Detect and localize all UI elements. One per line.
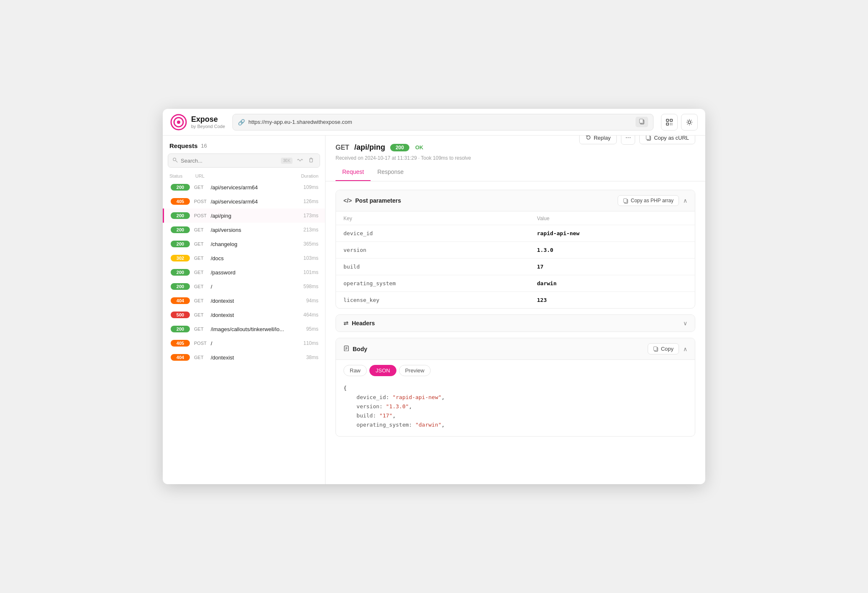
- body-copy-label: Copy: [661, 346, 674, 352]
- svg-rect-6: [670, 119, 672, 121]
- request-item[interactable]: 200 GET /password 101ms: [163, 265, 325, 279]
- copy-curl-button[interactable]: Copy as cURL: [639, 136, 695, 144]
- headers-icon: ⇄: [343, 320, 348, 327]
- detail-header: GET /api/ping 200 OK Received on 2024-10…: [326, 136, 705, 181]
- post-params-chevron: ∧: [683, 197, 687, 204]
- copy-php-button[interactable]: Copy as PHP array: [618, 195, 679, 206]
- req-url: /images/callouts/tinkerwell/lo...: [211, 326, 291, 332]
- request-item[interactable]: 302 GET /docs 103ms: [163, 251, 325, 265]
- logo: Expose by Beyond Code: [170, 114, 225, 131]
- body-content: { device_id: "rapid-api-new", version: "…: [336, 379, 695, 436]
- headers-title: ⇄ Headers: [343, 320, 375, 327]
- copy-curl-label: Copy as cURL: [654, 136, 689, 141]
- status-badge: 200: [171, 212, 190, 219]
- post-params-title: </> Post parameters: [343, 197, 401, 204]
- req-duration: 126ms: [295, 199, 318, 204]
- svg-line-20: [691, 120, 691, 120]
- search-shortcut: ⌘K: [281, 158, 293, 164]
- theme-button[interactable]: [681, 114, 698, 131]
- url-copy-button[interactable]: [636, 117, 648, 127]
- req-duration: 94ms: [295, 298, 318, 304]
- took-time: Took 109ms to resolve: [421, 155, 471, 161]
- req-duration: 598ms: [295, 284, 318, 289]
- search-icon: [172, 157, 178, 164]
- body-chevron: ∧: [683, 346, 687, 352]
- url-text: https://my-app.eu-1.sharedwithexpose.com: [248, 119, 632, 125]
- request-item[interactable]: 200 GET /api/services/arm64 109ms: [163, 180, 325, 194]
- svg-rect-24: [646, 136, 650, 139]
- svg-rect-7: [666, 123, 669, 125]
- request-item[interactable]: 200 GET /changelog 365ms: [163, 237, 325, 251]
- status-badge: 404: [171, 297, 190, 304]
- status-badge: 200: [171, 326, 190, 332]
- request-item[interactable]: 200 GET /api/versions 213ms: [163, 223, 325, 237]
- replay-button[interactable]: Replay: [579, 136, 617, 144]
- req-method: POST: [194, 199, 207, 204]
- request-item[interactable]: 200 GET / 598ms: [163, 279, 325, 294]
- tab-request[interactable]: Request: [336, 165, 371, 181]
- app-title: Expose: [191, 115, 225, 124]
- search-input[interactable]: [181, 158, 278, 164]
- search-bar: ⌘K: [168, 153, 320, 168]
- detail-title-row: GET /api/ping 200 OK: [336, 143, 579, 152]
- main-content: Requests 16 ⌘K: [163, 136, 705, 484]
- post-params-label: Post parameters: [355, 197, 401, 204]
- body-copy-button[interactable]: Copy: [648, 343, 679, 354]
- wave-filter-button[interactable]: [295, 156, 305, 165]
- request-item[interactable]: 200 GET /images/callouts/tinkerwell/lo..…: [163, 322, 325, 336]
- titlebar: Expose by Beyond Code 🔗 https://my-app.e…: [163, 109, 705, 136]
- status-badge: 405: [171, 198, 190, 205]
- param-row: operating_system darwin: [336, 275, 695, 292]
- detail-header-top: GET /api/ping 200 OK Received on 2024-10…: [336, 143, 695, 165]
- request-item[interactable]: 200 POST /api/ping 173ms: [163, 209, 325, 223]
- param-row: version 1.3.0: [336, 242, 695, 259]
- req-url: /dontexist: [211, 354, 291, 361]
- key-column-header: Key: [336, 211, 530, 225]
- app-subtitle: by Beyond Code: [191, 124, 225, 129]
- status-badge: 200: [171, 283, 190, 290]
- req-duration: 464ms: [295, 312, 318, 318]
- param-value: darwin: [530, 275, 695, 292]
- param-row: build 17: [336, 259, 695, 275]
- detail-meta: Received on 2024-10-17 at 11:31:29 · Too…: [336, 155, 579, 161]
- svg-line-19: [687, 124, 688, 124]
- request-item[interactable]: 404 GET /dontexist 94ms: [163, 294, 325, 308]
- qr-button[interactable]: [661, 114, 678, 131]
- tab-raw[interactable]: Raw: [343, 365, 367, 376]
- param-key: build: [336, 259, 530, 275]
- logo-text: Expose by Beyond Code: [191, 115, 225, 129]
- url-bar: 🔗 https://my-app.eu-1.sharedwithexpose.c…: [232, 114, 654, 131]
- status-badge: 405: [171, 340, 190, 347]
- req-url: /api/services/arm64: [211, 184, 291, 191]
- req-method: GET: [194, 241, 207, 246]
- svg-line-17: [687, 120, 688, 120]
- param-row: device_id rapid-api-new: [336, 225, 695, 242]
- tab-preview[interactable]: Preview: [399, 365, 431, 376]
- col-duration: Duration: [293, 173, 318, 178]
- post-params-section: </> Post parameters Copy as PHP array ∧: [336, 190, 695, 309]
- clear-requests-button[interactable]: [307, 156, 315, 165]
- sidebar-count: 16: [201, 143, 207, 149]
- post-params-table: Key Value device_id rapid-api-new versio…: [336, 211, 695, 308]
- request-item[interactable]: 405 POST /api/services/arm64 126ms: [163, 194, 325, 209]
- svg-rect-9: [671, 123, 672, 123]
- titlebar-actions: [661, 114, 698, 131]
- body-title: Body: [343, 345, 367, 352]
- tab-response[interactable]: Response: [371, 165, 410, 181]
- req-method: GET: [194, 298, 207, 303]
- status-badge: 404: [171, 354, 190, 361]
- status-text: OK: [415, 144, 424, 151]
- request-item[interactable]: 404 GET /dontexist 38ms: [163, 350, 325, 364]
- more-icon: ···: [626, 136, 631, 141]
- request-item[interactable]: 500 GET /dontexist 464ms: [163, 308, 325, 322]
- status-badge: 200: [171, 226, 190, 233]
- req-method: POST: [194, 213, 207, 218]
- request-item[interactable]: 405 POST / 110ms: [163, 336, 325, 350]
- headers-header[interactable]: ⇄ Headers ∨: [336, 315, 695, 332]
- post-params-header[interactable]: </> Post parameters Copy as PHP array ∧: [336, 190, 695, 211]
- req-duration: 365ms: [295, 241, 318, 247]
- tab-json[interactable]: JSON: [369, 365, 396, 376]
- detail-path: /api/ping: [354, 143, 385, 152]
- more-options-button[interactable]: ···: [621, 136, 635, 145]
- svg-point-2: [177, 121, 180, 124]
